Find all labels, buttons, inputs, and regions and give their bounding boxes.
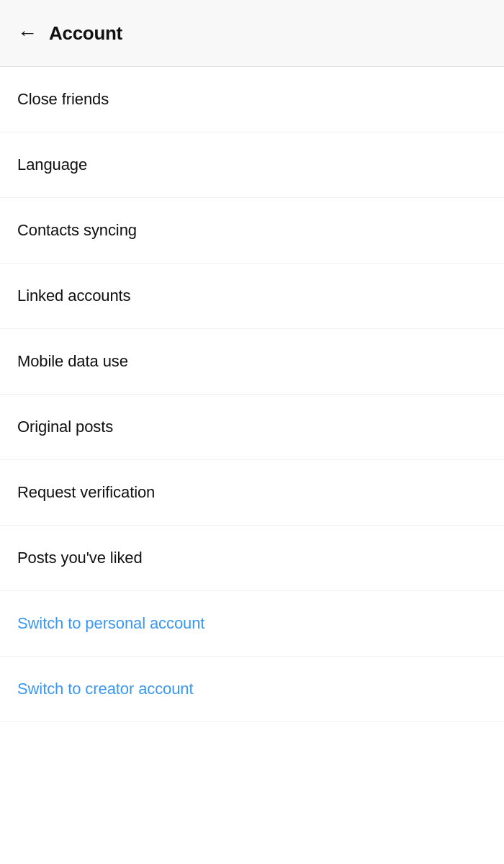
list-item: Language [0,132,504,198]
list-item: Request verification [0,460,504,526]
back-button[interactable]: ← [14,20,49,46]
menu-item-switch-to-personal[interactable]: Switch to personal account [0,591,504,656]
menu-item-switch-to-creator[interactable]: Switch to creator account [0,657,504,721]
account-menu-list: Close friendsLanguageContacts syncingLin… [0,67,504,722]
menu-item-posts-youve-liked[interactable]: Posts you've liked [0,526,504,590]
header: ← Account [0,0,504,67]
list-item: Mobile data use [0,329,504,395]
menu-item-language[interactable]: Language [0,132,504,197]
menu-item-request-verification[interactable]: Request verification [0,460,504,525]
list-item: Linked accounts [0,264,504,329]
menu-item-original-posts[interactable]: Original posts [0,395,504,459]
page-title: Account [49,22,122,45]
list-item: Posts you've liked [0,526,504,591]
list-item: Contacts syncing [0,198,504,264]
list-item: Switch to personal account [0,591,504,657]
menu-item-linked-accounts[interactable]: Linked accounts [0,264,504,328]
menu-item-contacts-syncing[interactable]: Contacts syncing [0,198,504,263]
list-item: Original posts [0,395,504,460]
list-item: Close friends [0,67,504,132]
menu-item-mobile-data-use[interactable]: Mobile data use [0,329,504,394]
menu-item-close-friends[interactable]: Close friends [0,67,504,132]
back-arrow-icon: ← [17,23,37,43]
list-item: Switch to creator account [0,657,504,722]
